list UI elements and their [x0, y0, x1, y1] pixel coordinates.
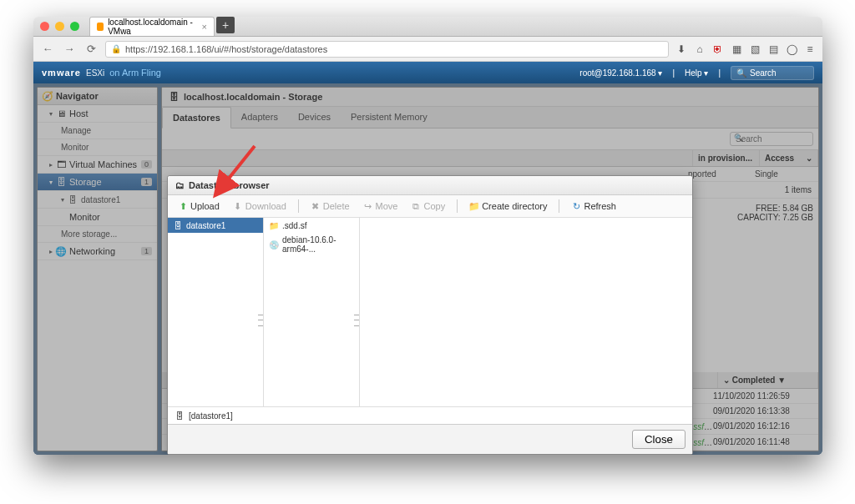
col-access[interactable]: Access⌄ — [760, 150, 818, 166]
resize-handle[interactable] — [354, 312, 359, 329]
datastore-toolbar-behind: 🔍 — [162, 129, 818, 150]
lock-icon: 🔒 — [111, 44, 121, 53]
close-button[interactable]: Close — [632, 430, 686, 449]
delete-button: ✖ Delete — [306, 199, 355, 214]
nav-networking[interactable]: ▸ 🌐 Networking 1 — [38, 243, 157, 260]
tab-adapters[interactable]: Adapters — [231, 107, 288, 128]
datastore-icon: 🗄 — [68, 194, 78, 204]
nav-manage[interactable]: Manage — [38, 123, 157, 139]
extension-icon[interactable]: ▧ — [749, 43, 761, 55]
details-column — [360, 218, 692, 406]
reload-button[interactable]: ⟳ — [83, 43, 99, 55]
nav-datastore1[interactable]: ▾ 🗄 datastore1 — [38, 191, 157, 209]
datastore-icon: 🗄 — [173, 220, 183, 230]
menu-icon[interactable]: ≡ — [804, 43, 816, 55]
tab-title: localhost.localdomain - VMwa — [108, 18, 197, 36]
network-icon: 🌐 — [56, 246, 66, 256]
refresh-button[interactable]: ↻ Refresh — [566, 199, 621, 214]
back-button[interactable]: ← — [40, 43, 55, 55]
delete-icon: ✖ — [311, 201, 321, 211]
storage-icon: 🗄 — [56, 177, 66, 187]
product-text: ESXi — [86, 68, 104, 78]
host-icon: 🖥 — [56, 108, 66, 118]
browser-icon: 🗂 — [175, 180, 185, 190]
traffic-lights — [40, 22, 79, 31]
esxi-app: vmware ESXi on Arm Fling root@192.168.1.… — [33, 62, 822, 455]
search-icon: 🔍 — [734, 134, 743, 142]
tab-datastores[interactable]: Datastores — [162, 107, 231, 129]
minimize-window-icon[interactable] — [55, 22, 64, 31]
forward-button[interactable]: → — [62, 43, 77, 55]
col-completed[interactable]: ⌄ Completed ▼ — [718, 372, 818, 388]
search-icon: 🔍 — [736, 68, 746, 78]
datastore-row[interactable]: 🗄 datastore1 — [168, 218, 263, 233]
refresh-icon: ↻ — [571, 201, 581, 211]
modal-body: 🗄 datastore1 📁 .sdd.sf 💿 debian-10.6.0-a — [168, 218, 692, 406]
close-tab-icon[interactable]: × — [202, 22, 207, 32]
storage-count-badge: 1 — [141, 178, 152, 186]
tab-strip: localhost.localdomain - VMwa × + — [89, 17, 816, 36]
favicon-icon — [97, 23, 104, 31]
window-titlebar: localhost.localdomain - VMwa × + — [33, 17, 822, 37]
help-menu[interactable]: Help ▾ — [685, 68, 708, 78]
net-count-badge: 1 — [141, 247, 152, 255]
arm-fling-tag: on Arm Fling — [109, 68, 161, 78]
address-bar[interactable]: 🔒 https://192.168.1.168/ui/#/host/storag… — [105, 41, 669, 58]
create-directory-button[interactable]: 📁 Create directory — [464, 199, 552, 214]
move-button: ↪ Move — [358, 199, 403, 214]
datastore-column: 🗄 datastore1 — [168, 218, 264, 406]
grid-header-behind: in provision... Access⌄ — [162, 150, 818, 167]
upload-icon: ⬆ — [178, 201, 188, 211]
folder-sdd[interactable]: 📁 .sdd.sf — [264, 218, 359, 233]
toolbar-icons: ⬇ ⌂ ⛨ ▦ ▧ ▤ ◯ ≡ — [675, 43, 816, 55]
vm-count-badge: 0 — [141, 160, 152, 169]
close-window-icon[interactable] — [40, 22, 49, 31]
storage-icon: 🗄 — [169, 92, 179, 102]
download-icon: ⬇ — [233, 201, 243, 211]
tab-devices[interactable]: Devices — [288, 107, 341, 128]
main-row: 🧭 Navigator ▾ 🖥 Host Manage Monitor ▸ 🗔 … — [33, 83, 822, 455]
move-icon: ↪ — [363, 201, 373, 211]
download-icon[interactable]: ⬇ — [675, 43, 687, 55]
user-icon[interactable]: ◯ — [786, 43, 797, 55]
copy-icon: ⧉ — [411, 201, 421, 211]
resize-handle[interactable] — [258, 312, 263, 329]
breadcrumb: 🗄 localhost.localdomain - Storage — [162, 88, 818, 107]
copy-button: ⧉ Copy — [406, 199, 450, 214]
modal-footer: Close — [168, 424, 692, 454]
tab-persistent-memory[interactable]: Persistent Memory — [341, 107, 438, 128]
file-debian-iso[interactable]: 💿 debian-10.6.0-arm64-... — [264, 233, 359, 256]
nav-more-storage[interactable]: More storage... — [38, 226, 157, 243]
folder-column: 📁 .sdd.sf 💿 debian-10.6.0-arm64-... — [264, 218, 360, 406]
new-tab-button[interactable]: + — [216, 17, 235, 33]
grid-icon[interactable]: ▦ — [731, 43, 742, 55]
nav-monitor[interactable]: Monitor — [38, 139, 157, 156]
vm-icon: 🗔 — [56, 159, 66, 169]
nav-host[interactable]: ▾ 🖥 Host — [38, 105, 157, 123]
datastore-browser-modal: 🗂 Datastore browser ⬆ Upload ⬇ Download … — [167, 175, 693, 455]
maximize-window-icon[interactable] — [70, 22, 79, 31]
nav-ds-monitor[interactable]: Monitor — [38, 209, 157, 226]
download-button: ⬇ Download — [228, 199, 291, 214]
browser-tab[interactable]: localhost.localdomain - VMwa × — [89, 17, 215, 36]
url-toolbar: ← → ⟳ 🔒 https://192.168.1.168/ui/#/host/… — [33, 37, 822, 62]
app-topbar: vmware ESXi on Arm Fling root@192.168.1.… — [33, 62, 822, 83]
home-icon[interactable]: ⌂ — [694, 43, 706, 55]
modal-path-bar: 🗄 [datastore1] — [168, 406, 692, 424]
modal-header: 🗂 Datastore browser — [168, 176, 692, 195]
user-menu[interactable]: root@192.168.1.168 ▾ — [579, 68, 662, 78]
disc-icon: 💿 — [269, 239, 279, 249]
navigator-header: 🧭 Navigator — [38, 88, 157, 105]
browser-window: localhost.localdomain - VMwa × + ← → ⟳ 🔒… — [33, 17, 822, 455]
nav-storage[interactable]: ▾ 🗄 Storage 1 — [38, 174, 157, 191]
global-search[interactable]: 🔍 Search — [731, 66, 814, 80]
bookmark-icon[interactable]: ▤ — [767, 43, 779, 55]
content-tabs: Datastores Adapters Devices Persistent M… — [162, 107, 818, 129]
url-text: https://192.168.1.168/ui/#/host/storage/… — [125, 44, 327, 54]
col-thin-provision[interactable]: in provision... — [693, 150, 760, 166]
upload-button[interactable]: ⬆ Upload — [173, 199, 225, 214]
shield-icon[interactable]: ⛨ — [712, 43, 724, 55]
nav-virtual-machines[interactable]: ▸ 🗔 Virtual Machines 0 — [38, 156, 157, 174]
datastore-icon: 🗄 — [175, 411, 185, 421]
folder-plus-icon: 📁 — [469, 201, 479, 211]
